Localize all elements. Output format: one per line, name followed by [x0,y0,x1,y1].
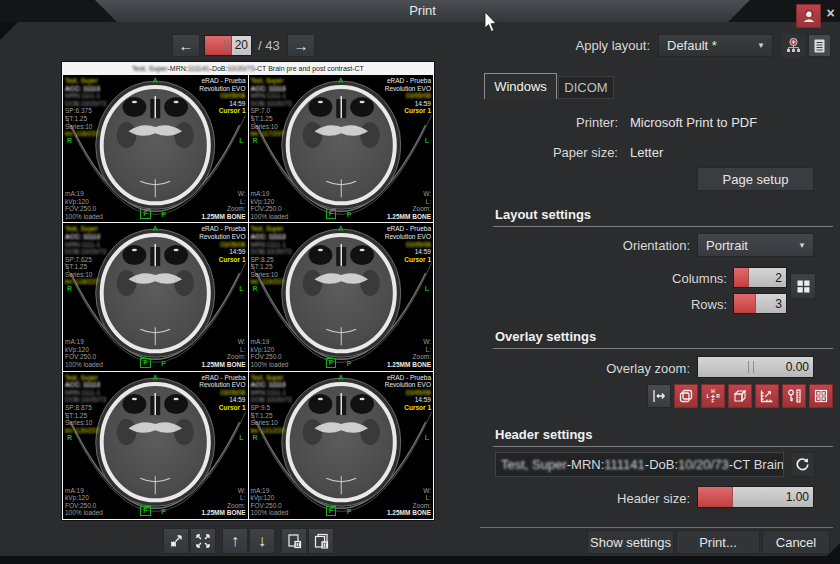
tab-windows[interactable]: Windows [484,73,557,99]
overlay-grid-toggle[interactable] [809,384,833,408]
paper-size-label: Paper size: [480,142,618,164]
orientation-value: Portrait [706,238,748,253]
printer-label: Printer: [480,112,618,134]
move-page-up-button[interactable]: ↑ [222,528,248,554]
refresh-icon [794,456,811,473]
layout-settings-divider [493,226,833,227]
columns-value: 2 [775,268,782,287]
prev-page-button[interactable]: ← [172,34,200,57]
cell-overlay-bottom-right: W:L:Zoom:1.25MM BONE [387,338,431,368]
orientation-select[interactable]: Portrait ▼ [697,233,814,257]
orientation-marker-anterior: A [338,374,343,382]
tab-dicom-label: DICOM [564,80,607,95]
orientation-marker-posterior: P [161,360,166,368]
orientation-marker-left: L [239,137,243,145]
print-button[interactable]: Print... [676,530,760,554]
preview-cell[interactable]: Test, SuperACC: 11113MRN:1111-1DOB:10/20… [63,372,248,519]
orientation-marker-anterior: A [338,225,343,233]
orientation-letters-toggle[interactable]: H L R F [701,384,725,408]
measure-key-icon [786,388,802,404]
fit-content-button[interactable] [163,528,189,554]
page-number-value: 20 [232,36,251,55]
header-reset-button[interactable] [790,452,815,477]
preview-cell[interactable]: Test, SuperACC: 11113MRN:1111-1DOB:10/20… [249,223,434,370]
overlay-grid-icon [813,388,829,404]
mouse-cursor [484,12,498,33]
header-size-value: 1.00 [786,487,809,507]
apply-layout-label: Apply layout: [450,35,650,57]
move-page-down-icon: ↓ [258,532,266,550]
layout-settings-title: Layout settings [495,207,591,222]
ruler-corner-toggle[interactable] [755,384,779,408]
header-size-handle[interactable] [698,487,733,507]
orientation-marker-flip-box: F [326,209,336,219]
orientation-cube-toggle[interactable] [728,384,752,408]
cell-overlay-bottom-right: W:L:Zoom:1.25MM BONE [201,338,245,368]
columns-stepper[interactable]: 2 [733,267,787,288]
overlay-pan-toggle[interactable] [647,384,671,408]
cell-overlay-bottom-left: mA:19kVp:120FOV:250.0100% loaded [251,190,289,220]
header-size-slider[interactable]: 1.00 [697,486,814,508]
cell-overlay-bottom-left: mA:19kVp:120FOV:250.0100% loaded [65,338,103,368]
rows-drag-handle[interactable] [734,294,756,313]
page-total-label: / 43 [258,35,280,56]
support-agent-icon [801,8,817,24]
show-settings-button[interactable]: Show settings [587,530,674,554]
svg-text:F: F [711,398,714,404]
print-dialog: Print × ← 20 / 43 → Test, Super-MRN:1111… [0,0,840,564]
orientation-marker-right: R [253,137,258,145]
apply-layout-select[interactable]: Default * ▼ [658,34,773,57]
overlay-stack-toggle[interactable] [674,384,698,408]
page-setup-button[interactable]: Page setup [697,167,814,191]
cell-overlay-top-right: eRAD - PruebaRevolution EVO03/05/0814:59… [199,225,245,263]
grid-layout-button[interactable] [790,273,816,299]
orientation-marker-anterior: A [153,225,158,233]
cell-overlay-top-left: Test, SuperACC: 11113MRN:1111-1DOB:10/20… [65,374,106,435]
delete-all-pages-button[interactable] [308,528,334,554]
rows-stepper[interactable]: 3 [733,293,787,314]
cell-overlay-bottom-right: W:L:Zoom:1.25MM BONE [387,190,431,220]
columns-drag-handle[interactable] [734,268,749,287]
orientation-marker-posterior: P [161,211,166,219]
cell-overlay-bottom-left: mA:19kVp:120FOV:250.0100% loaded [251,338,289,368]
header-settings-title: Header settings [495,427,593,442]
paper-size-value: Letter [630,142,663,164]
cell-overlay-top-left: Test, SuperACC: 11113MRN:1111-1DOB:10/20… [65,225,106,286]
tab-dicom[interactable]: DICOM [558,76,614,99]
delete-page-button[interactable] [281,528,307,554]
rows-value: 3 [775,294,782,313]
layout-presets-button[interactable] [808,34,831,57]
overlay-zoom-label: Overlay zoom: [480,358,690,380]
orientation-marker-anterior: A [338,77,343,85]
fit-content-icon [168,533,184,549]
preview-cell[interactable]: Test, SuperACC: 11113MRN:1111-1DOB:10/20… [63,223,248,370]
orientation-letters-icon: H L R F [705,388,721,404]
support-button[interactable] [796,4,821,28]
cell-overlay-bottom-right: W:L:Zoom:1.25MM BONE [201,190,245,220]
overlay-zoom-handle[interactable] [748,361,754,373]
page-number-drag-handle[interactable] [205,36,232,55]
overlay-zoom-slider[interactable]: 0.00 [697,356,814,378]
print-preview-page[interactable]: Test, Super-MRN:111141-DoB:10/20/73-CT B… [62,62,434,520]
next-page-button[interactable]: → [287,34,315,57]
preview-cell[interactable]: Test, SuperACC: 11113MRN:1111-1DOB:10/20… [249,372,434,519]
preview-cell[interactable]: Test, SuperACC: 11113MRN:1111-1DOB:10/20… [249,75,434,222]
close-button[interactable]: × [822,3,839,23]
cancel-button[interactable]: Cancel [762,530,830,554]
orientation-marker-posterior: P [347,508,352,516]
move-page-down-button[interactable]: ↓ [249,528,275,554]
cell-overlay-bottom-right: W:L:Zoom:1.25MM BONE [387,487,431,517]
header-text-input[interactable]: Test, Super-MRN:111141-DoB:10/20/73-CT B… [495,452,784,477]
page-number-stepper[interactable]: 20 [204,35,252,56]
cell-overlay-top-right: eRAD - PruebaRevolution EVO03/05/0814:59… [199,77,245,115]
arrow-right-icon: → [294,37,309,54]
preview-cell[interactable]: Test, SuperACC: 11113MRN:1111-1DOB:10/20… [63,75,248,222]
header-size-label: Header size: [480,488,690,510]
footer-divider [480,527,833,528]
orientation-marker-left: L [425,285,429,293]
expand-icon [195,533,211,549]
expand-button[interactable] [190,528,216,554]
measure-key-toggle[interactable] [782,384,806,408]
save-layout-button[interactable] [781,34,805,57]
orientation-marker-flip-box: F [326,358,336,368]
